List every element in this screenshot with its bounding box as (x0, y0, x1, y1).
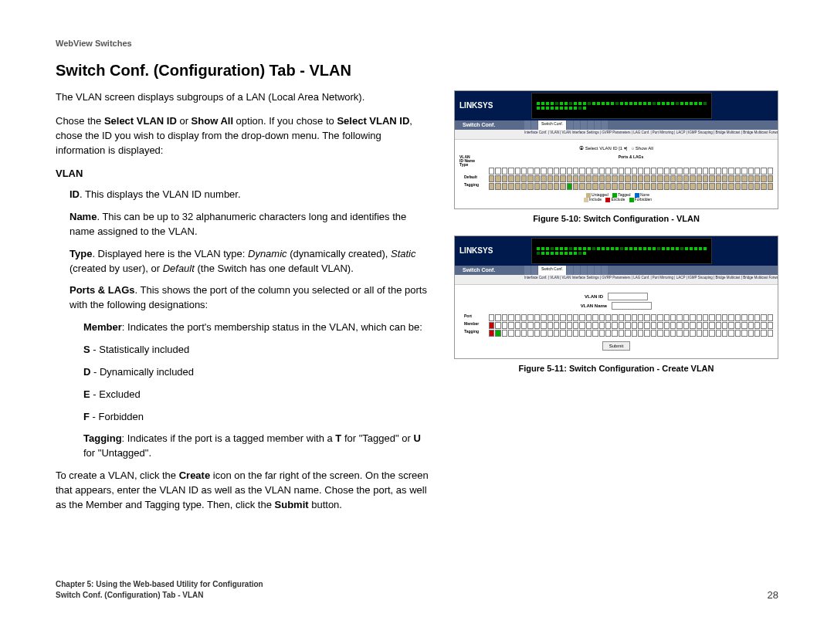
page-footer: Chapter 5: Using the Web-based Utility f… (56, 579, 778, 601)
li-e: E - Excluded (83, 388, 431, 402)
device-leds (531, 93, 712, 119)
legend-1: Untagged Tagged None Include Exclude For… (459, 193, 773, 202)
submit-button: Submit (602, 341, 631, 351)
page-number: 28 (768, 589, 778, 601)
top-tabs: Switch Conf. (455, 120, 778, 130)
vlan-subheading: VLAN (56, 167, 431, 181)
page-header: WebView Switches (56, 39, 778, 48)
sub-nav: Interface Conf. | VLAN | VLAN Interface … (455, 130, 778, 140)
footer-chapter: Chapter 5: Using the Web-based Utility f… (56, 579, 263, 590)
field-ports-lags: Ports & LAGs. This shows the port of the… (70, 283, 431, 313)
field-member: Member: Indicates the port's membership … (83, 320, 431, 335)
port-header-row (459, 168, 773, 175)
field-name: Name. This can be up to 32 alphanumeric … (70, 210, 431, 239)
top-tabs: Switch Conf. (455, 266, 778, 275)
tab-switch-conf: Switch Conf. (538, 120, 566, 130)
figure-5-11: LINKSYS Switch Conf. Switch Conf. Interf… (454, 236, 778, 359)
member-row: Member (459, 322, 773, 329)
body-text: The VLAN screen displays subgroups of a … (56, 90, 431, 522)
figure-5-10: LINKSYS Switch Conf. Switch Conf. Interf… (454, 90, 778, 209)
field-id: ID. This displays the VLAN ID number. (70, 188, 431, 202)
brand-logo: LINKSYS (459, 247, 493, 255)
side-label: Switch Conf. (458, 266, 500, 274)
li-s: S - Statistically included (83, 343, 431, 358)
figures-column: LINKSYS Switch Conf. Switch Conf. Interf… (454, 90, 778, 522)
intro-paragraph: The VLAN screen displays subgroups of a … (56, 90, 431, 105)
figure-5-10-caption: Figure 5-10: Switch Configuration - VLAN (454, 214, 778, 223)
device-leds (531, 238, 712, 264)
li-d: D - Dynamically included (83, 365, 431, 380)
tagging-row: Tagging (459, 183, 773, 190)
field-type: Type. Displayed here is the VLAN type: D… (70, 247, 431, 276)
create-paragraph: To create a VLAN, click the Create icon … (56, 469, 431, 513)
field-tagging: Tagging: Indicates if the port is a tagg… (83, 432, 431, 461)
member-row: Default (459, 175, 773, 182)
figure-5-11-caption: Figure 5-11: Switch Configuration - Crea… (454, 364, 778, 373)
radio-row: ⦿ Select VLAN ID [1 ▾] ○ Show All (459, 146, 773, 151)
select-paragraph: Chose the Select VLAN ID or Show All opt… (56, 114, 431, 158)
side-label: Switch Conf. (458, 120, 500, 129)
tagging-row: Tagging (459, 330, 773, 337)
li-f: F - Forbidden (83, 410, 431, 425)
tab-switch-conf: Switch Conf. (538, 266, 566, 275)
footer-section: Switch Conf. (Configuration) Tab - VLAN (56, 590, 263, 601)
vlan-id-input (608, 293, 648, 300)
vlan-name-input (612, 302, 652, 310)
vlan-id-row: VLAN ID (459, 293, 773, 300)
vlan-name-row: VLAN Name (459, 302, 773, 310)
port-header-row: Port (459, 314, 773, 321)
page-title: Switch Conf. (Configuration) Tab - VLAN (56, 62, 778, 80)
brand-logo: LINKSYS (459, 102, 493, 110)
sub-nav: Interface Conf. | VLAN | VLAN Interface … (455, 275, 778, 285)
